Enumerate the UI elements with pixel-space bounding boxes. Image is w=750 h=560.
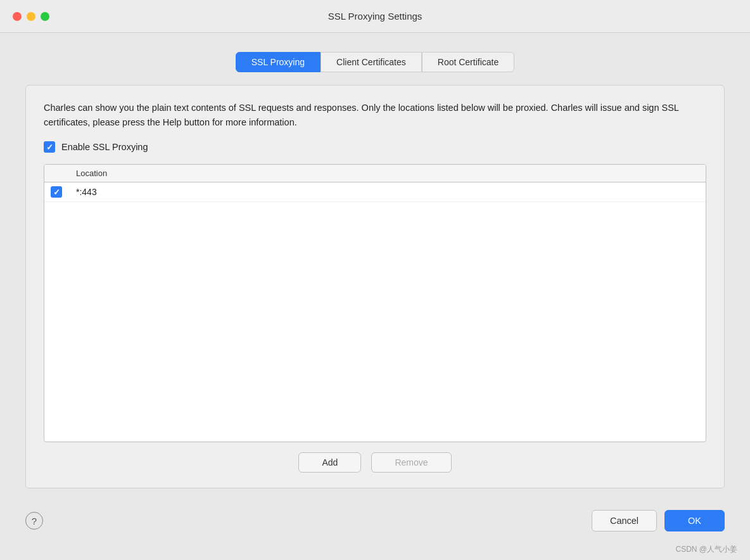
cancel-button[interactable]: Cancel [592,510,657,531]
tab-client-certificates[interactable]: Client Certificates [321,52,422,72]
bottom-bar: ? Cancel OK [0,501,750,544]
main-content: SSL Proxying Client Certificates Root Ce… [0,33,750,501]
table-header: Location [44,165,706,182]
help-button[interactable]: ? [25,512,43,530]
tab-ssl-proxying[interactable]: SSL Proxying [236,52,321,72]
row-checkmark-icon: ✓ [53,188,60,197]
table-row[interactable]: ✓ *:443 [44,182,706,202]
row-checkbox[interactable]: ✓ [51,186,62,198]
ok-button[interactable]: OK [664,510,725,531]
ssl-proxying-panel: Charles can show you the plain text cont… [25,85,725,488]
enable-ssl-row[interactable]: ✓ Enable SSL Proxying [44,141,706,153]
enable-ssl-checkbox[interactable]: ✓ [44,141,55,153]
maximize-button[interactable] [41,12,49,21]
window-title: SSL Proxying Settings [328,11,423,22]
enable-ssl-label: Enable SSL Proxying [61,142,148,152]
action-buttons: Add Remove [44,452,706,473]
row-location-value: *:443 [76,187,97,197]
table-body: ✓ *:443 [44,182,706,439]
col-header-location: Location [76,169,699,178]
checkmark-icon: ✓ [46,143,53,151]
tab-root-certificate[interactable]: Root Certificate [422,52,514,72]
remove-button[interactable]: Remove [371,452,451,473]
bottom-actions: Cancel OK [592,510,725,531]
tabs-container: SSL Proxying Client Certificates Root Ce… [236,52,515,72]
locations-table: Location ✓ *:443 [44,164,706,442]
description-text: Charles can show you the plain text cont… [44,101,706,130]
watermark: CSDN @人气小姜 [675,544,750,560]
window-controls[interactable] [13,12,49,21]
minimize-button[interactable] [27,12,35,21]
title-bar: SSL Proxying Settings [0,0,750,33]
close-button[interactable] [13,12,22,21]
add-button[interactable]: Add [298,452,361,473]
